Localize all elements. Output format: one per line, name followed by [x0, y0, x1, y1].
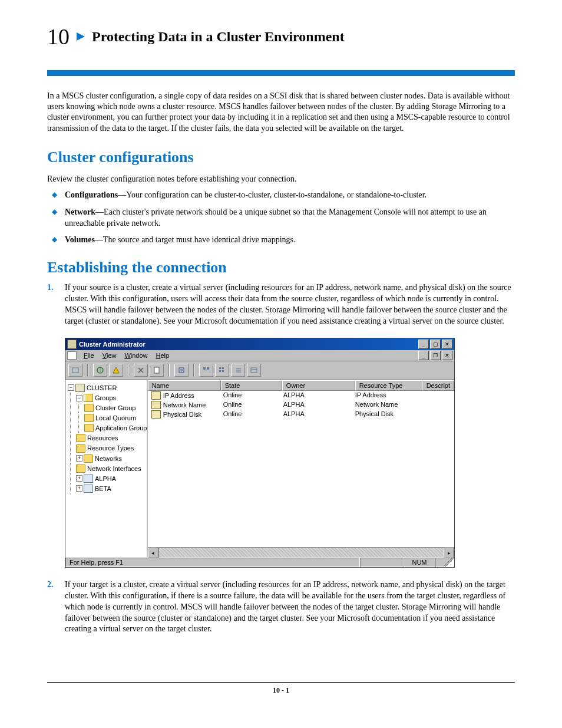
col-description[interactable]: Descript: [422, 380, 454, 391]
node-icon: [84, 485, 93, 493]
toolbar-separator: [87, 364, 88, 377]
menu-help[interactable]: Help: [153, 351, 173, 360]
app-icon: [67, 340, 77, 349]
cell-state: Online: [220, 401, 280, 409]
toolbar-view-list-icon[interactable]: [231, 364, 245, 377]
folder-icon: [84, 454, 93, 463]
mdi-restore-button[interactable]: ❐: [430, 351, 441, 360]
toolbar-view-details-icon[interactable]: [247, 364, 261, 377]
window-buttons: _ ▢ ✕: [418, 340, 452, 349]
list-row[interactable]: Network Name Online ALPHA Network Name: [148, 400, 454, 410]
toolbar-btn-3[interactable]: [109, 364, 123, 377]
mdi-minimize-button[interactable]: _: [418, 351, 429, 360]
cluster-admin-screenshot: Cluster Administrator _ ▢ ✕ File View Wi…: [65, 338, 515, 568]
tree-networks[interactable]: +Networks: [76, 453, 146, 463]
cell-state: Online: [220, 410, 280, 419]
scroll-right-button[interactable]: ▸: [444, 548, 454, 558]
svg-rect-11: [207, 367, 209, 370]
list-row[interactable]: IP Address Online ALPHA IP Address: [148, 391, 454, 400]
cell-name: IP Address: [163, 392, 194, 399]
step-number: 2.: [47, 579, 58, 635]
toolbar-btn-properties[interactable]: [150, 364, 164, 377]
close-button[interactable]: ✕: [442, 340, 452, 349]
toolbar-view-small-icon[interactable]: [215, 364, 229, 377]
toolbar-btn-delete[interactable]: [134, 364, 148, 377]
horizontal-scrollbar[interactable]: ◂ ▸: [148, 547, 454, 557]
tree-expand-icon[interactable]: +: [76, 485, 82, 492]
toolbar-btn-1[interactable]: [68, 364, 82, 377]
list-body[interactable]: IP Address Online ALPHA IP Address Netwo…: [148, 391, 454, 547]
tree-network-interfaces[interactable]: Network Interfaces: [76, 463, 146, 473]
tree-pane[interactable]: −CLUSTER −Groups Cluster Group Local Quo…: [65, 380, 148, 557]
tree-cluster-group[interactable]: Cluster Group: [84, 403, 146, 413]
tree-root[interactable]: −CLUSTER −Groups Cluster Group Local Quo…: [68, 383, 146, 493]
client-area: −CLUSTER −Groups Cluster Group Local Quo…: [65, 380, 454, 557]
cell-owner: ALPHA: [280, 401, 352, 409]
scroll-track[interactable]: [158, 548, 444, 557]
bullet-term: Volumes: [65, 235, 95, 244]
status-numlock: NUM: [404, 558, 435, 567]
menu-file[interactable]: File: [80, 351, 98, 360]
toolbar-btn-refresh[interactable]: ?: [174, 364, 189, 377]
resource-icon: [151, 410, 161, 419]
cell-rtype: IP Address: [352, 391, 418, 400]
col-state[interactable]: State: [221, 380, 282, 391]
svg-marker-0: [77, 32, 85, 41]
tree-resource-types[interactable]: Resource Types: [76, 443, 146, 453]
svg-text:?: ?: [180, 368, 183, 373]
cell-rtype: Network Name: [352, 401, 418, 409]
svg-rect-7: [154, 367, 159, 373]
list-pane: Name State Owner Resource Type Descript …: [148, 380, 454, 557]
tree-collapse-icon[interactable]: −: [68, 384, 74, 391]
step-text: If your source is a cluster, create a vi…: [65, 282, 515, 327]
tree-collapse-icon[interactable]: −: [76, 395, 82, 401]
svg-rect-12: [219, 367, 221, 369]
bullet-configurations: Configurations—Your configuration can be…: [52, 190, 515, 201]
svg-rect-13: [222, 367, 224, 369]
maximize-button[interactable]: ▢: [430, 340, 441, 349]
tree-groups[interactable]: −Groups Cluster Group Local Quorum Appli…: [76, 393, 146, 433]
minimize-button[interactable]: _: [418, 340, 429, 349]
tree-expand-icon[interactable]: +: [76, 455, 82, 462]
menu-window[interactable]: Window: [121, 351, 151, 360]
toolbar-separator: [128, 364, 129, 377]
node-icon: [84, 475, 93, 483]
bullet-text: —Your configuration can be cluster-to-cl…: [118, 190, 427, 199]
scroll-left-button[interactable]: ◂: [148, 548, 158, 558]
folder-icon: [76, 434, 85, 442]
folder-icon: [76, 465, 85, 473]
titlebar[interactable]: Cluster Administrator _ ▢ ✕: [65, 338, 454, 350]
resize-grip-icon[interactable]: [435, 558, 454, 567]
chapter-arrow-icon: [75, 31, 86, 42]
chapter-header: 10 Protecting Data in a Cluster Environm…: [47, 24, 515, 50]
svg-rect-19: [251, 368, 257, 373]
toolbar-btn-2[interactable]: !: [93, 364, 107, 377]
menu-view[interactable]: View: [99, 351, 120, 360]
col-resource-type[interactable]: Resource Type: [355, 380, 422, 391]
mdi-close-button[interactable]: ✕: [442, 351, 452, 360]
tree-node-alpha[interactable]: +ALPHA: [76, 473, 146, 483]
tree-application-group[interactable]: Application Group: [84, 423, 146, 433]
resource-icon: [151, 401, 161, 409]
cell-desc: [418, 410, 454, 419]
tree-node-beta[interactable]: +BETA: [76, 483, 146, 493]
list-header: Name State Owner Resource Type Descript: [148, 380, 454, 391]
mdi-icon[interactable]: [67, 351, 77, 360]
resource-icon: [151, 391, 161, 400]
toolbar-separator: [193, 364, 194, 377]
folder-icon: [84, 414, 94, 422]
window-title: Cluster Administrator: [79, 341, 416, 348]
folder-open-icon: [84, 394, 93, 402]
toolbar-view-large-icon[interactable]: [199, 364, 213, 377]
col-name[interactable]: Name: [148, 380, 221, 391]
step-1: 1. If your source is a cluster, create a…: [47, 282, 515, 327]
status-help-text: For Help, press F1: [65, 558, 360, 567]
page: 10 Protecting Data in a Cluster Environm…: [0, 0, 562, 713]
bullet-term: Network: [65, 207, 95, 216]
tree-resources[interactable]: Resources: [76, 433, 146, 443]
list-row[interactable]: Physical Disk Online ALPHA Physical Disk: [148, 410, 454, 419]
tree-expand-icon[interactable]: +: [76, 475, 82, 482]
col-owner[interactable]: Owner: [282, 380, 355, 391]
cell-state: Online: [220, 391, 280, 400]
tree-local-quorum[interactable]: Local Quorum: [84, 413, 146, 423]
